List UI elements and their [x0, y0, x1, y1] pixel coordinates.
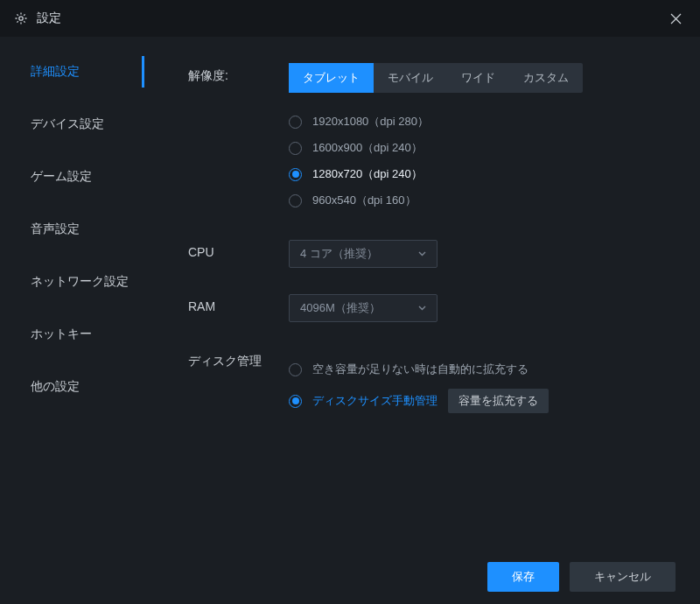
cpu-select-value: 4 コア（推奨） — [300, 246, 378, 262]
resolution-option-3[interactable]: 960x540（dpi 160） — [289, 187, 682, 214]
resolution-option-1[interactable]: 1600x900（dpi 240） — [289, 135, 682, 161]
window-title: 設定 — [37, 11, 665, 26]
resolution-tab-2[interactable]: ワイド — [447, 63, 509, 93]
sidebar-item-4[interactable]: ネットワーク設定 — [0, 256, 144, 308]
sidebar-item-1[interactable]: デバイス設定 — [0, 98, 144, 151]
sidebar-item-3[interactable]: 音声設定 — [0, 203, 144, 256]
svg-point-0 — [19, 17, 23, 20]
radio-icon — [289, 142, 302, 155]
sidebar-item-label: ホットキー — [31, 327, 92, 342]
chevron-down-icon — [417, 249, 426, 258]
ram-select-value: 4096M（推奨） — [300, 300, 381, 316]
sidebar-item-label: デバイス設定 — [31, 116, 104, 132]
footer: 保存 キャンセル — [0, 550, 700, 604]
radio-icon — [289, 395, 302, 408]
titlebar: 設定 — [0, 0, 700, 37]
resolution-option-0[interactable]: 1920x1080（dpi 280） — [289, 109, 682, 135]
main-panel: 解像度: タブレットモバイルワイドカスタム 1920x1080（dpi 280）… — [144, 37, 700, 550]
gear-icon — [14, 11, 28, 25]
radio-icon — [289, 363, 302, 376]
disk-option-1[interactable]: ディスクサイズ手動管理容量を拡充する — [289, 385, 682, 417]
sidebar-item-label: 他の設定 — [31, 379, 80, 395]
sidebar: 詳細設定デバイス設定ゲーム設定音声設定ネットワーク設定ホットキー他の設定 — [0, 37, 144, 550]
radio-icon — [289, 168, 302, 181]
radio-label: ディスクサイズ手動管理 — [312, 393, 438, 409]
disk-options: 空き容量が足りない時は自動的に拡充するディスクサイズ手動管理容量を拡充する — [289, 354, 682, 417]
sidebar-item-label: ネットワーク設定 — [31, 274, 129, 290]
cpu-label: CPU — [188, 240, 289, 268]
radio-icon — [289, 194, 302, 207]
save-button[interactable]: 保存 — [487, 562, 559, 592]
cancel-button[interactable]: キャンセル — [570, 562, 676, 592]
disk-label: ディスク管理 — [188, 348, 289, 417]
chevron-down-icon — [417, 304, 426, 313]
resolution-tab-1[interactable]: モバイル — [374, 63, 447, 93]
radio-label: 空き容量が足りない時は自動的に拡充する — [312, 362, 528, 377]
close-button[interactable] — [665, 8, 686, 29]
ram-select[interactable]: 4096M（推奨） — [289, 294, 438, 322]
resolution-option-2[interactable]: 1280x720（dpi 240） — [289, 161, 682, 187]
radio-icon — [289, 116, 302, 129]
radio-label: 1280x720（dpi 240） — [312, 166, 423, 182]
sidebar-item-6[interactable]: 他の設定 — [0, 361, 144, 413]
sidebar-item-5[interactable]: ホットキー — [0, 308, 144, 361]
resolution-tab-3[interactable]: カスタム — [509, 63, 583, 93]
resolution-options: 1920x1080（dpi 280）1600x900（dpi 240）1280x… — [289, 109, 682, 214]
sidebar-item-label: 詳細設定 — [31, 64, 80, 80]
ram-label: RAM — [188, 294, 289, 322]
resolution-tabs: タブレットモバイルワイドカスタム — [289, 63, 583, 93]
radio-label: 1920x1080（dpi 280） — [312, 114, 429, 130]
sidebar-item-0[interactable]: 詳細設定 — [0, 46, 144, 98]
cpu-select[interactable]: 4 コア（推奨） — [289, 240, 438, 268]
sidebar-item-2[interactable]: ゲーム設定 — [0, 151, 144, 203]
radio-label: 1600x900（dpi 240） — [312, 140, 423, 156]
sidebar-item-label: 音声設定 — [31, 221, 80, 237]
radio-label: 960x540（dpi 160） — [312, 193, 416, 208]
resolution-tab-0[interactable]: タブレット — [289, 63, 374, 93]
sidebar-item-label: ゲーム設定 — [31, 169, 92, 185]
resolution-label: 解像度: — [188, 63, 289, 214]
disk-option-0[interactable]: 空き容量が足りない時は自動的に拡充する — [289, 354, 682, 385]
expand-disk-button[interactable]: 容量を拡充する — [448, 389, 549, 413]
